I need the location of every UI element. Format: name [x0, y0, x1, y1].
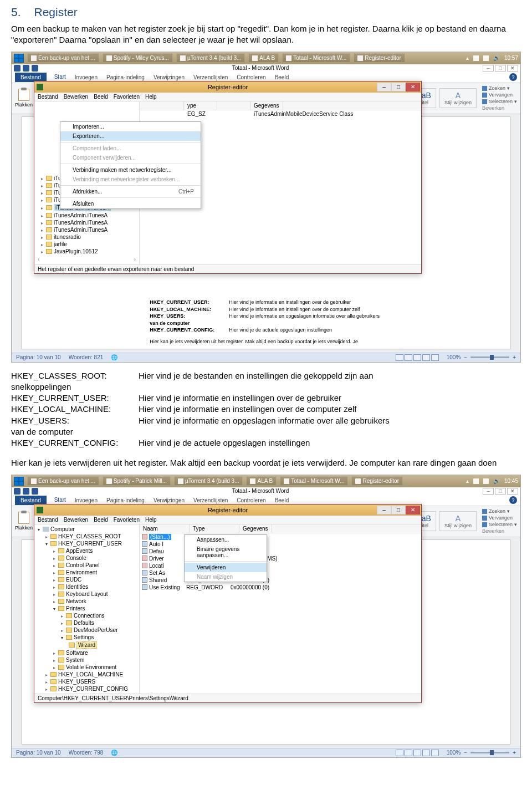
menu-item[interactable]: Beeld — [94, 517, 108, 523]
tree-node[interactable]: iTunesAdmin.iTunesA — [35, 219, 138, 226]
view-icons[interactable] — [396, 750, 439, 756]
replace-button[interactable]: Vervangen — [482, 515, 517, 521]
language-icon[interactable]: 🌐 — [111, 354, 117, 360]
taskbar-item[interactable]: ALA B — [248, 53, 279, 63]
menu-item[interactable]: Importeren... — [60, 122, 201, 131]
menu-item[interactable]: Help — [145, 94, 157, 100]
zoom-slider[interactable]: 100%−+ — [447, 750, 516, 756]
minimize-button[interactable]: – — [377, 83, 391, 91]
value-row[interactable]: Driver Printer 5310n (MS) — [140, 555, 421, 562]
value-row[interactable]: Shared REG_DWORD 0x00000001 (1) — [140, 577, 421, 584]
menu-item[interactable]: Bewerken — [64, 517, 88, 523]
window-controls[interactable]: –□✕ — [483, 488, 518, 495]
menu-item[interactable]: Beeld — [94, 94, 108, 100]
window-controls[interactable]: –□✕ — [483, 65, 518, 72]
tree-node[interactable]: jarfile — [35, 241, 138, 248]
regedit-window-controls[interactable]: – □ ✕ — [377, 83, 420, 91]
tree-node[interactable]: Settings — [59, 634, 138, 641]
tree-root[interactable]: Computer — [35, 526, 138, 533]
tree-node[interactable]: itunesradio — [35, 233, 138, 241]
tree-node[interactable]: Control Panel — [51, 562, 138, 569]
value-row[interactable]: Set As (1) — [140, 569, 421, 577]
tree-node[interactable]: Connections — [59, 612, 138, 619]
tree-node[interactable]: Software — [51, 649, 138, 656]
tree-node[interactable]: Network — [51, 598, 138, 605]
paste-button[interactable]: Plakken — [15, 512, 33, 531]
menu-item[interactable]: Verbinding met netwerkregister verbreken… — [60, 175, 201, 184]
menu-item[interactable]: Afdrukken...Ctrl+P — [60, 187, 201, 196]
view-icons[interactable] — [396, 354, 439, 361]
tree-node[interactable]: Printers — [51, 605, 138, 612]
tree-node[interactable]: HKEY_USERS — [43, 678, 138, 685]
tree-node[interactable]: JavaPlugin.10512 — [35, 248, 138, 255]
tree-node[interactable]: HKEY_CURRENT_CONFIG — [43, 685, 138, 692]
close-button[interactable]: ✕ — [406, 506, 420, 514]
menu-item[interactable]: Binaire gegevens aanpassen... — [185, 544, 267, 560]
taskbar-item[interactable]: Spotify - Patrick Mill... — [103, 476, 171, 486]
menu-item[interactable]: Aanpassen... — [185, 535, 267, 544]
select-button[interactable]: Selecteren ▾ — [482, 99, 517, 104]
menu-item[interactable]: Verwijderen — [185, 563, 267, 572]
select-button[interactable]: Selecteren ▾ — [482, 522, 517, 527]
start-button[interactable] — [14, 54, 24, 63]
menu-item[interactable]: Component laden... — [60, 144, 201, 153]
value-row[interactable]: Locati 2 (2) — [140, 562, 421, 569]
value-row[interactable]: (Stan...) de ingesteld) — [140, 533, 421, 541]
quick-access-toolbar[interactable] — [14, 488, 38, 495]
menu-item[interactable]: Naam wijzigen — [185, 572, 267, 582]
minimize-button[interactable]: – — [377, 506, 391, 514]
taskbar-item[interactable]: µTorrent 3.4 (build 3... — [176, 53, 245, 63]
tree-node[interactable]: Keyboard Layout — [51, 590, 138, 598]
language-icon[interactable]: 🌐 — [111, 750, 117, 756]
menu-item[interactable]: Bestand — [38, 517, 58, 523]
taskbar-item[interactable]: µTorrent 3.4 (build 3... — [174, 476, 243, 486]
menu-item[interactable]: Component verwijderen... — [60, 153, 201, 162]
taskbar-item[interactable]: Register-editor — [351, 476, 403, 486]
taskbar-item[interactable]: Totaal - Microsoft W... — [280, 476, 348, 486]
start-button[interactable] — [14, 477, 24, 486]
taskbar-item[interactable]: Spotify - Miley Cyrus... — [103, 53, 173, 63]
menu-item[interactable]: Help — [145, 517, 157, 523]
value-row[interactable]: Defau (512) — [140, 548, 421, 555]
menu-item[interactable]: Bestand — [38, 94, 58, 100]
tree-node[interactable]: AppEvents — [51, 547, 138, 554]
quick-access-toolbar[interactable] — [14, 65, 38, 72]
menu-item[interactable]: Favorieten — [114, 517, 140, 523]
help-icon[interactable]: ? — [509, 73, 517, 81]
taskbar-item[interactable]: Register-editor — [354, 53, 405, 63]
tree-node[interactable]: HKEY_LOCAL_MACHINE — [43, 671, 138, 678]
tree-node[interactable]: HKEY_CLASSES_ROOT — [43, 533, 138, 540]
maximize-button[interactable]: □ — [391, 506, 406, 514]
registry-values-list[interactable]: Naam Type Gegevens (Stan...) de ingestel… — [140, 524, 421, 694]
value-row[interactable]: Use Existing REG_DWORD 0x00000000 (0) — [140, 584, 421, 591]
taskbar-item[interactable]: ALA B — [246, 476, 277, 486]
replace-button[interactable]: Vervangen — [482, 92, 517, 98]
paste-button[interactable]: Plakken — [15, 89, 33, 108]
tree-node[interactable]: Console — [51, 554, 138, 562]
find-button[interactable]: Zoeken ▾ — [482, 85, 517, 91]
regedit-window-controls[interactable]: – □ ✕ — [377, 506, 420, 514]
menu-item[interactable]: Favorieten — [114, 94, 140, 100]
menu-item[interactable]: Exporteren... — [60, 131, 201, 141]
zoom-slider[interactable]: 100%−+ — [447, 354, 516, 360]
tree-node[interactable]: DevModePerUser — [59, 626, 138, 634]
tree-node[interactable]: Defaults — [59, 619, 138, 626]
tree-node[interactable]: iTunesAdmin.iTunesA — [35, 226, 138, 233]
tree-node[interactable]: Environment — [51, 569, 138, 576]
tree-node[interactable]: iTunesAdmin.iTunesA — [35, 212, 138, 219]
registry-tree[interactable]: ComputerHKEY_CLASSES_ROOTHKEY_CURRENT_US… — [34, 524, 140, 694]
taskbar-item[interactable]: Een back-up van het ... — [27, 53, 99, 63]
tree-node[interactable]: System — [51, 656, 138, 664]
tree-node[interactable]: Volatile Environment — [51, 664, 138, 671]
close-button[interactable]: ✕ — [406, 83, 420, 91]
tree-node[interactable]: HKEY_CURRENT_USER — [43, 540, 138, 547]
tree-node[interactable]: EUDC — [51, 576, 138, 583]
maximize-button[interactable]: □ — [391, 83, 406, 91]
help-icon[interactable]: ? — [509, 496, 517, 504]
menu-item[interactable]: Bewerken — [64, 94, 88, 100]
taskbar-item[interactable]: Totaal - Microsoft W... — [282, 53, 350, 63]
tree-node[interactable]: Identities — [51, 583, 138, 590]
taskbar-item[interactable]: Een back-up van het ... — [27, 476, 99, 486]
menu-item[interactable]: Afsluiten — [60, 199, 201, 208]
value-row[interactable]: Auto I (1) — [140, 541, 421, 548]
